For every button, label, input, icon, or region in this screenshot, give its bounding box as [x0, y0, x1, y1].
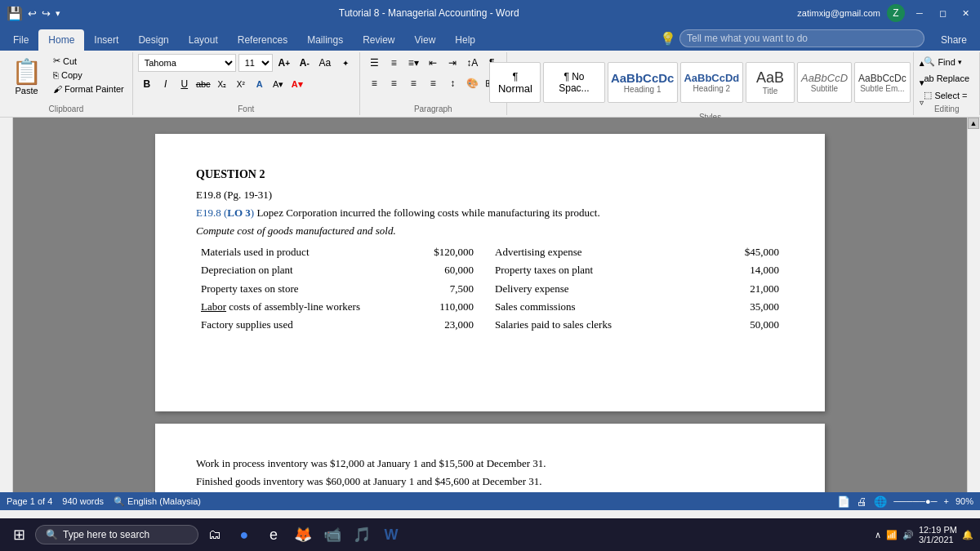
select-button[interactable]: ⬚ Select =	[919, 87, 972, 103]
tab-review[interactable]: Review	[353, 29, 404, 51]
finished-goods-text: Finished goods inventory was $60,000 at …	[196, 474, 784, 489]
page-1[interactable]: QUESTION 2 E19.8 (Pg. 19-31) E19.8 (LO 3…	[155, 134, 825, 411]
web-layout-btn[interactable]: 🌐	[874, 495, 887, 508]
clipboard-group: 📋 Paste ✂ Cut ⎘ Copy 🖌 Format Painter Cl…	[0, 52, 133, 115]
minimize-btn[interactable]: ─	[911, 5, 928, 21]
close-btn[interactable]: ✕	[957, 5, 973, 21]
increase-font-btn[interactable]: A+	[275, 54, 293, 72]
zoom-slider[interactable]: ─────●─	[893, 496, 937, 506]
format-painter-icon: 🖌	[53, 84, 62, 94]
find-button[interactable]: 🔍 Find ▾	[919, 54, 966, 69]
paste-button[interactable]: 📋 Paste	[5, 54, 48, 99]
word-taskbar-icon[interactable]: W	[378, 522, 404, 548]
numbering-btn[interactable]: ≡	[385, 54, 403, 72]
decrease-indent-btn[interactable]: ⇤	[424, 54, 442, 72]
subscript-btn[interactable]: X₂	[213, 75, 231, 93]
chrome-icon[interactable]: ●	[231, 522, 257, 548]
tab-view[interactable]: View	[405, 29, 446, 51]
underline-btn[interactable]: U	[176, 75, 194, 93]
tab-home[interactable]: Home	[38, 29, 84, 51]
tab-file[interactable]: File	[3, 29, 38, 51]
taskbar-right: ∧ 📶 🔊 12:19 PM 3/1/2021 🔔	[875, 525, 973, 544]
style-subtitle[interactable]: AaBbCcD Subtitle	[797, 62, 852, 103]
scroll-right[interactable]: ▲	[967, 118, 980, 492]
restore-btn[interactable]: ◻	[934, 5, 951, 21]
tab-insert[interactable]: Insert	[84, 29, 128, 51]
tab-design[interactable]: Design	[128, 29, 178, 51]
highlight-btn[interactable]: A▾	[270, 75, 287, 93]
undo-btn[interactable]: ↩	[28, 7, 37, 20]
avatar[interactable]: Z	[887, 4, 905, 22]
copy-button[interactable]: ⎘ Copy	[50, 69, 127, 82]
bullets-btn[interactable]: ☰	[365, 54, 383, 72]
tab-layout[interactable]: Layout	[179, 29, 228, 51]
paragraph-row2: ≡ ≡ ≡ ≡ ↕ 🎨 ⊞▾	[365, 74, 501, 92]
teams-icon[interactable]: 📹	[319, 522, 345, 548]
clear-format-btn[interactable]: ✦	[336, 54, 354, 72]
align-left-btn[interactable]: ≡	[365, 74, 383, 92]
decrease-font-btn[interactable]: A-	[296, 54, 314, 72]
word-count: 940 words	[62, 496, 104, 506]
scroll-up-btn[interactable]: ▲	[968, 118, 979, 129]
align-center-btn[interactable]: ≡	[385, 74, 403, 92]
edge-icon[interactable]: e	[261, 522, 287, 548]
bold-btn[interactable]: B	[138, 75, 156, 93]
taskbar-left: ⊞ 🔍 Type here to search 🗂 ● e 🦊 📹 🎵 W	[7, 522, 404, 548]
table-row: Property taxes on store 7,500 Delivery e…	[196, 280, 784, 298]
italic-text: Compute cost of goods manufactured and s…	[196, 224, 784, 238]
notification-icon[interactable]: 🔔	[962, 530, 973, 540]
volume-icon[interactable]: 🔊	[902, 530, 914, 540]
style-no-spacing[interactable]: ¶ No Spac...	[543, 62, 604, 103]
align-right-btn[interactable]: ≡	[404, 74, 422, 92]
paragraph-group: ☰ ≡ ≡▾ ⇤ ⇥ ↕A ¶ ≡ ≡ ≡ ≡ ↕ 🎨 ⊞▾ Paragraph	[360, 52, 507, 115]
task-view-btn[interactable]: 🗂	[202, 522, 228, 548]
word-icon[interactable]: 💾	[7, 6, 23, 21]
tab-help[interactable]: Help	[445, 29, 485, 51]
share-button[interactable]: Share	[931, 29, 977, 51]
tab-mailings[interactable]: Mailings	[297, 29, 353, 51]
style-normal[interactable]: ¶ Normal	[489, 62, 541, 103]
start-button[interactable]: ⊞	[7, 522, 32, 547]
tell-me-input[interactable]	[679, 29, 924, 47]
print-layout-btn[interactable]: 🖨	[857, 495, 867, 508]
network-icon[interactable]: 📶	[886, 530, 898, 540]
clipboard-small-buttons: ✂ Cut ⎘ Copy 🖌 Format Painter	[50, 54, 127, 96]
taskbar-search[interactable]: 🔍 Type here to search	[35, 525, 198, 544]
multilevel-btn[interactable]: ≡▾	[404, 54, 422, 72]
font-row1: Tahoma 11 A+ A- Aa ✦	[138, 54, 354, 72]
spotify-icon[interactable]: 🎵	[349, 522, 375, 548]
shading-btn[interactable]: 🎨	[463, 74, 481, 92]
font-family-select[interactable]: Tahoma	[138, 54, 236, 72]
firefox-icon[interactable]: 🦊	[290, 522, 316, 548]
replace-button[interactable]: ab Replace	[919, 71, 974, 86]
document-area[interactable]: QUESTION 2 E19.8 (Pg. 19-31) E19.8 (LO 3…	[13, 118, 967, 492]
style-title[interactable]: AaB Title	[746, 62, 795, 103]
superscript-btn[interactable]: X²	[232, 75, 250, 93]
font-row2: B I U abc X₂ X² A A▾ A▾	[138, 75, 306, 93]
page-2[interactable]: Work in process inventory was $12,000 at…	[155, 424, 825, 492]
search-icon: 🔍	[46, 529, 58, 540]
editing-group: 🔍 Find ▾ ab Replace ⬚ Select = Editing	[914, 52, 980, 115]
format-painter-button[interactable]: 🖌 Format Painter	[50, 82, 127, 96]
style-subtle-em[interactable]: AaBbCcDc Subtle Em...	[854, 62, 911, 103]
style-heading2[interactable]: AaBbCcDd Heading 2	[680, 62, 743, 103]
strikethrough-btn[interactable]: abc	[194, 75, 212, 93]
line-spacing-btn[interactable]: ↕	[443, 74, 461, 92]
italic-btn[interactable]: I	[157, 75, 175, 93]
font-size-select[interactable]: 11	[238, 54, 273, 72]
text-effects-btn[interactable]: A	[251, 75, 269, 93]
ribbon-content: 📋 Paste ✂ Cut ⎘ Copy 🖌 Format Painter Cl…	[0, 51, 980, 118]
style-heading1[interactable]: AaBbCcDc Heading 1	[608, 62, 678, 103]
justify-btn[interactable]: ≡	[424, 74, 442, 92]
title-bar-title: Tutorial 8 - Managerial Accounting - Wor…	[60, 7, 797, 19]
increase-indent-btn[interactable]: ⇥	[443, 54, 461, 72]
tab-references[interactable]: References	[228, 29, 297, 51]
read-mode-btn[interactable]: 📄	[837, 495, 850, 508]
find-icon: 🔍	[924, 56, 935, 67]
cut-button[interactable]: ✂ Cut	[50, 54, 127, 68]
change-case-btn[interactable]: Aa	[316, 54, 334, 72]
sort-btn[interactable]: ↕A	[463, 54, 481, 72]
paragraph-label: Paragraph	[365, 103, 501, 113]
font-color-btn[interactable]: A▾	[288, 75, 306, 93]
redo-btn[interactable]: ↪	[42, 7, 51, 20]
